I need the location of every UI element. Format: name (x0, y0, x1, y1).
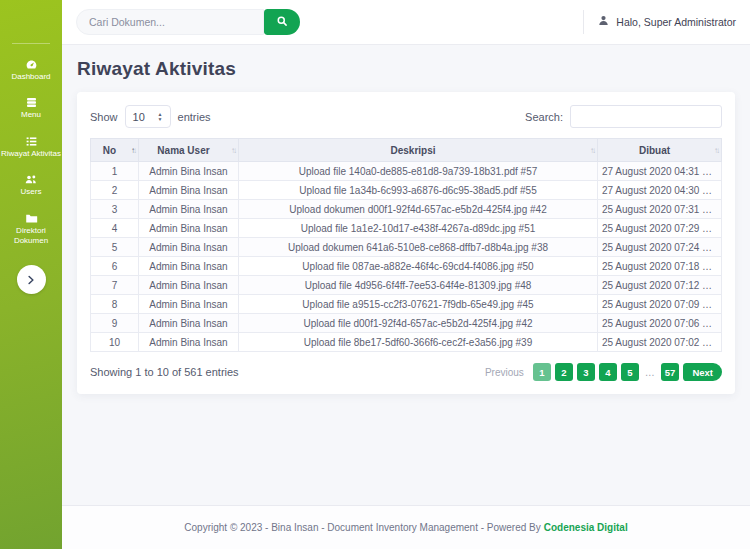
sidebar-item-riwayat-aktivitas[interactable]: Riwayat Aktivitas (0, 134, 62, 159)
cell-user: Admin Bina Insan (139, 162, 239, 181)
user-greeting: Halo, Super Administrator (616, 16, 736, 28)
show-label: Show (90, 111, 118, 123)
table-info: Showing 1 to 10 of 561 entries (90, 366, 239, 378)
sidebar-item-users[interactable]: Users (0, 172, 62, 197)
activity-table: No ↑↓ Nama User ↑↓ Deskripsi ↑↓ Dibuat (90, 138, 722, 352)
page-button-2[interactable]: 2 (555, 363, 573, 381)
document-search-input[interactable] (76, 9, 264, 35)
cell-no: 1 (91, 162, 139, 181)
table-search-control: Search: (525, 105, 722, 128)
table-header-row: No ↑↓ Nama User ↑↓ Deskripsi ↑↓ Dibuat (91, 139, 722, 162)
column-header-deskripsi[interactable]: Deskripsi ↑↓ (239, 139, 598, 162)
page-button-4[interactable]: 4 (599, 363, 617, 381)
user-icon (597, 13, 610, 31)
cell-created: 25 August 2020 07:09 WIB (598, 295, 722, 314)
column-header-dibuat[interactable]: Dibuat ↑↓ (598, 139, 722, 162)
cell-user: Admin Bina Insan (139, 333, 239, 352)
cell-user: Admin Bina Insan (139, 219, 239, 238)
sidebar: Dashboard Menu Riwayat Aktivitas Users D… (0, 0, 62, 549)
column-header-nama-user[interactable]: Nama User ↑↓ (139, 139, 239, 162)
cell-desc: Upload file 140a0-de885-e81d8-9a739-18b3… (239, 162, 598, 181)
table-row: 6Admin Bina InsanUpload file 087ae-a882e… (91, 257, 722, 276)
cell-created: 25 August 2020 07:12 WIB (598, 276, 722, 295)
table-row: 3Admin Bina InsanUpload dokumen d00f1-92… (91, 200, 722, 219)
chevron-right-icon (26, 271, 36, 289)
activity-card: Show 10 ▲▼ entries Search: No (77, 92, 735, 394)
cell-created: 25 August 2020 07:02 WIB (598, 333, 722, 352)
table-row: 5Admin Bina InsanUpload dokumen 641a6-51… (91, 238, 722, 257)
database-icon (0, 95, 62, 109)
cell-created: 25 August 2020 07:06 WIB (598, 314, 722, 333)
sidebar-item-label: Users (0, 187, 62, 197)
cell-no: 6 (91, 257, 139, 276)
cell-desc: Upload file 087ae-a882e-46f4c-69cd4-f408… (239, 257, 598, 276)
cell-user: Admin Bina Insan (139, 238, 239, 257)
table-row: 1Admin Bina InsanUpload file 140a0-de885… (91, 162, 722, 181)
next-page-button[interactable]: Next (683, 363, 722, 381)
cell-user: Admin Bina Insan (139, 200, 239, 219)
cell-user: Admin Bina Insan (139, 295, 239, 314)
sort-icon: ↑↓ (231, 146, 235, 155)
table-search-input[interactable] (570, 105, 722, 128)
copyright-text: Copyright © 2023 - Bina Insan - Document… (184, 522, 540, 533)
cell-created: 25 August 2020 07:24 WIB (598, 238, 722, 257)
cell-no: 7 (91, 276, 139, 295)
document-search-button[interactable] (264, 9, 300, 35)
cell-created: 27 August 2020 04:31 WIB (598, 162, 722, 181)
entries-select[interactable]: 10 ▲▼ (125, 105, 171, 128)
table-row: 10Admin Bina InsanUpload file 8be17-5df6… (91, 333, 722, 352)
previous-page-button[interactable]: Previous (485, 367, 524, 378)
page-button-last[interactable]: 57 (661, 363, 680, 381)
cell-created: 27 August 2020 04:30 WIB (598, 181, 722, 200)
sort-icon: ↑↓ (590, 146, 594, 155)
cell-no: 3 (91, 200, 139, 219)
sidebar-item-label: Dashboard (0, 72, 62, 82)
dashboard-icon (0, 57, 62, 71)
cell-user: Admin Bina Insan (139, 257, 239, 276)
page-title: Riwayat Aktivitas (77, 58, 735, 80)
sidebar-item-dashboard[interactable]: Dashboard (0, 57, 62, 82)
list-icon (0, 134, 62, 148)
page-button-3[interactable]: 3 (577, 363, 595, 381)
table-row: 2Admin Bina InsanUpload file 1a34b-6c993… (91, 181, 722, 200)
cell-no: 2 (91, 181, 139, 200)
cell-desc: Upload file 4d956-6f4ff-7ee53-64f4e-8130… (239, 276, 598, 295)
pagination-pages: 12345 (533, 363, 639, 381)
cell-desc: Upload file d00f1-92f4d-657ac-e5b2d-425f… (239, 314, 598, 333)
column-header-no[interactable]: No ↑↓ (91, 139, 139, 162)
main-column: Halo, Super Administrator Riwayat Aktivi… (62, 0, 750, 549)
table-row: 7Admin Bina InsanUpload file 4d956-6f4ff… (91, 276, 722, 295)
table-controls: Show 10 ▲▼ entries Search: (90, 105, 722, 128)
search-icon (276, 15, 288, 30)
users-icon (0, 172, 62, 186)
content: Riwayat Aktivitas Show 10 ▲▼ entries Sea… (62, 45, 750, 505)
cell-no: 5 (91, 238, 139, 257)
table-row: 8Admin Bina InsanUpload file a9515-cc2f3… (91, 295, 722, 314)
folder-icon (0, 211, 62, 225)
entries-label: entries (178, 111, 211, 123)
user-menu[interactable]: Halo, Super Administrator (597, 13, 736, 31)
cell-no: 9 (91, 314, 139, 333)
sidebar-collapse-button[interactable] (17, 265, 46, 294)
cell-user: Admin Bina Insan (139, 314, 239, 333)
cell-created: 25 August 2020 07:29 WIB (598, 219, 722, 238)
sort-icon: ↑↓ (714, 146, 718, 155)
activity-table-body: 1Admin Bina InsanUpload file 140a0-de885… (91, 162, 722, 352)
page-button-5[interactable]: 5 (621, 363, 639, 381)
cell-no: 8 (91, 295, 139, 314)
search-label: Search: (525, 111, 563, 123)
codenesia-link[interactable]: Codenesia Digital (544, 522, 628, 533)
cell-no: 4 (91, 219, 139, 238)
page-button-1[interactable]: 1 (533, 363, 551, 381)
table-footer: Showing 1 to 10 of 561 entries Previous … (90, 363, 722, 381)
sidebar-item-menu[interactable]: Menu (0, 95, 62, 120)
sidebar-item-label: Riwayat Aktivitas (0, 149, 62, 159)
footer: Copyright © 2023 - Bina Insan - Document… (62, 505, 750, 549)
cell-created: 25 August 2020 07:18 WIB (598, 257, 722, 276)
sidebar-item-direktori-dokumen[interactable]: Direktori Dokumen (0, 211, 62, 247)
sidebar-divider (12, 43, 50, 44)
cell-desc: Upload dokumen d00f1-92f4d-657ac-e5b2d-4… (239, 200, 598, 219)
sort-icon: ↑↓ (131, 146, 135, 155)
topbar: Halo, Super Administrator (62, 0, 750, 45)
cell-created: 25 August 2020 07:31 WIB (598, 200, 722, 219)
